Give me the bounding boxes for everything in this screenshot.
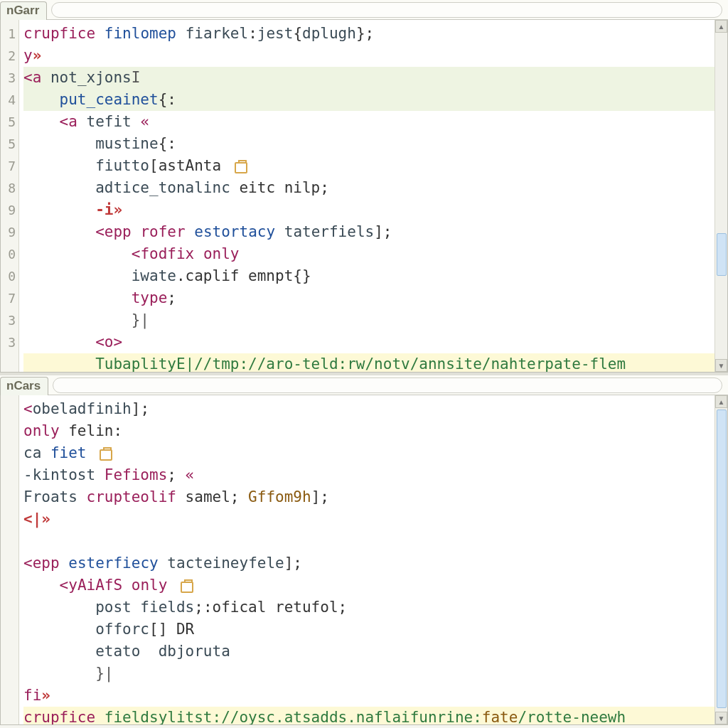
code-line[interactable]: crupfice fieldsylitst://oysc.atsadds.naf… <box>23 707 714 724</box>
code-line[interactable]: iwate.caplif emnpt{} <box>23 265 714 287</box>
code-line[interactable]: fiutto[astAnta <box>23 155 714 177</box>
code-line[interactable] <box>23 530 714 552</box>
token: ; <box>167 464 185 486</box>
breadcrumb-slot-top[interactable] <box>51 2 722 18</box>
code-line[interactable]: <o> <box>23 331 714 353</box>
token: [] DR <box>149 619 194 641</box>
code-line[interactable]: offorc[] DR <box>23 619 714 641</box>
scroll-up-icon[interactable]: ▲ <box>715 395 727 408</box>
token: tefit <box>87 111 132 133</box>
code-line[interactable]: type; <box>23 287 714 309</box>
token: Froats <box>23 486 87 508</box>
line-number: 0 <box>1 265 18 287</box>
token: < <box>60 574 69 596</box>
token: }| <box>95 663 113 685</box>
token: rofer <box>140 221 185 243</box>
scroll-down-icon[interactable]: ▼ <box>715 712 727 724</box>
code-line[interactable]: put_ceainet{: <box>23 89 714 111</box>
code-line[interactable]: fi» <box>23 685 714 707</box>
token: crupfice <box>23 707 95 724</box>
token: » <box>41 685 50 707</box>
token: < <box>95 221 105 243</box>
token: TubaplityE|//tmp://aro-teld:rw/notv/anns… <box>95 353 626 372</box>
code-line[interactable]: only felin: <box>23 420 714 442</box>
token <box>186 221 195 243</box>
token: epp <box>33 552 60 574</box>
token: « <box>140 111 149 133</box>
code-line[interactable]: <epp rofer estortacy taterfiels]; <box>23 221 714 243</box>
code-line[interactable]: <yAiAfS only <box>23 574 714 596</box>
line-number: 9 <box>1 221 18 243</box>
code-area-top[interactable]: crupfice finlomep fiarkel:jest{dplugh};y… <box>19 20 714 372</box>
code-line[interactable]: <a not_xjonsI <box>23 67 714 89</box>
code-line[interactable]: <obeladfinih]; <box>23 398 714 420</box>
line-number: 9 <box>1 199 18 221</box>
token: ; <box>167 287 176 309</box>
code-line[interactable]: <a tefit « <box>23 111 714 133</box>
token: » <box>33 45 42 67</box>
line-number <box>1 420 18 442</box>
line-number <box>1 464 18 486</box>
scroll-thumb-bottom[interactable] <box>717 410 727 708</box>
token: fiet <box>50 442 87 464</box>
code-line[interactable]: y» <box>23 45 714 67</box>
code-line[interactable]: <|» <box>23 508 714 530</box>
token: < <box>132 243 141 265</box>
token <box>122 574 132 596</box>
code-line[interactable]: Froats crupteolif samel; Gffom9h]; <box>23 486 714 508</box>
code-line[interactable]: mustine{: <box>23 133 714 155</box>
token: < <box>23 67 33 89</box>
scroll-down-icon[interactable]: ▼ <box>715 359 727 372</box>
token: jest <box>257 23 294 45</box>
token: fieldsylitst://oysc.atsadds.naflaifunrin… <box>95 707 482 724</box>
scroll-thumb-top[interactable] <box>717 233 727 276</box>
code-line[interactable]: adtice_tonalinc eitc nilp; <box>23 177 714 199</box>
token: mustine <box>95 133 159 155</box>
token <box>132 111 141 133</box>
code-line[interactable]: <epp esterfiecy tacteineyfele]; <box>23 552 714 574</box>
code-line[interactable]: -i» <box>23 199 714 221</box>
code-line[interactable]: post fields;:ofical retufol; <box>23 596 714 619</box>
token: fiarkel <box>186 23 249 45</box>
breadcrumb-slot-bottom[interactable] <box>53 378 722 393</box>
token: -i» <box>95 199 122 221</box>
token: crupfice <box>23 23 95 45</box>
code-area-bottom[interactable]: <obeladfinih];only felin:ca fiet -kintos… <box>19 395 714 724</box>
code-line[interactable]: }| <box>23 309 714 331</box>
token: [astAnta <box>149 155 230 177</box>
token: dplugh <box>302 23 356 45</box>
line-number <box>1 442 18 464</box>
tab-top[interactable]: nGarr <box>0 1 47 20</box>
tab-bottom[interactable]: nCars <box>0 377 48 395</box>
token: < <box>95 331 105 353</box>
token: epp <box>105 221 132 243</box>
code-line[interactable]: crupfice finlomep fiarkel:jest{dplugh}; <box>23 23 714 45</box>
token: post fields <box>95 596 194 619</box>
vertical-scrollbar-top[interactable]: ▲ ▼ <box>714 20 727 372</box>
token: not_xjons <box>50 67 132 89</box>
token <box>95 23 105 45</box>
code-line[interactable]: -kintost Fefioms; « <box>23 464 714 486</box>
code-line[interactable]: ca fiet <box>23 442 714 464</box>
token <box>23 530 33 552</box>
folder-icon <box>181 582 193 593</box>
token <box>275 221 284 243</box>
code-line[interactable]: TubaplityE|//tmp://aro-teld:rw/notv/anns… <box>23 353 714 372</box>
scroll-up-icon[interactable]: ▲ <box>715 20 727 33</box>
token <box>176 23 186 45</box>
token: a <box>68 111 77 133</box>
token: I <box>132 67 141 89</box>
vertical-scrollbar-bottom[interactable]: ▲ ▼ <box>714 395 727 724</box>
token: o <box>105 331 114 353</box>
line-gutter-bottom <box>1 395 19 724</box>
line-number <box>1 619 18 641</box>
code-line[interactable]: <fodfix only <box>23 243 714 265</box>
line-number: 3 <box>1 331 18 353</box>
token: a <box>33 67 42 89</box>
token: ca <box>23 442 50 464</box>
token: esterfiecy <box>68 552 158 574</box>
token: ]; <box>132 398 149 420</box>
code-line[interactable]: etato dbjoruta <box>23 641 714 663</box>
line-gutter-top: 123455789900733 <box>1 20 19 372</box>
code-line[interactable]: }| <box>23 663 714 685</box>
